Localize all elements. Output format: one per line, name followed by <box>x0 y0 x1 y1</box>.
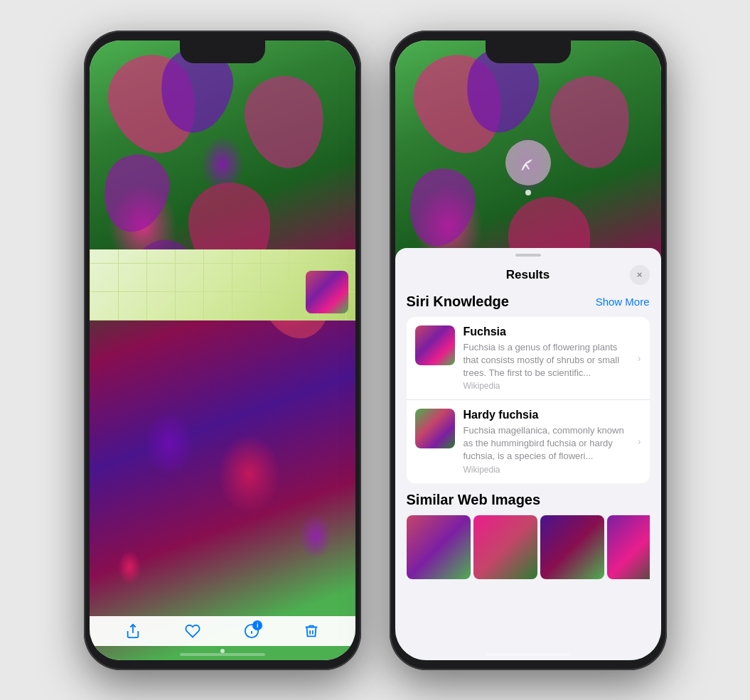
close-button[interactable]: × <box>630 265 650 285</box>
web-images-grid <box>407 515 650 579</box>
notch <box>180 41 265 63</box>
knowledge-item-fuchsia[interactable]: Fuchsia Fuchsia is a genus of flowering … <box>407 317 650 401</box>
share-button[interactable] <box>125 623 141 639</box>
sheet-handle <box>515 254 541 257</box>
web-image-1[interactable] <box>407 515 471 579</box>
web-images-section: Similar Web Images <box>407 492 650 579</box>
sheet-header: Results × <box>395 262 661 294</box>
right-screen: Results × Siri Knowledge Show More <box>395 41 661 660</box>
hardy-name: Hardy fuchsia <box>464 409 629 421</box>
notch-right <box>486 41 571 63</box>
lookup-dot <box>525 190 531 195</box>
web-thumb-bg-1 <box>407 515 471 579</box>
visual-lookup-circle[interactable] <box>505 140 551 185</box>
photo-mini-thumb <box>306 271 348 313</box>
web-thumb-bg-4 <box>607 515 650 579</box>
left-screen: Add a Caption Look Up – Plant› Monday • … <box>90 41 355 660</box>
sheet-content: Siri Knowledge Show More Fuchsia Fuchsia… <box>395 294 661 660</box>
fuchsia-thumb-image <box>415 325 455 365</box>
results-sheet: Results × Siri Knowledge Show More <box>395 248 661 660</box>
sheet-title: Results <box>427 268 630 282</box>
bottom-toolbar: i <box>90 616 355 646</box>
knowledge-item-hardy[interactable]: Hardy fuchsia Fuchsia magellanica, commo… <box>407 400 650 483</box>
hardy-thumbnail <box>415 409 455 448</box>
knowledge-card: Fuchsia Fuchsia is a genus of flowering … <box>407 317 650 483</box>
info-badge: i <box>252 620 262 630</box>
fuchsia-info: Fuchsia Fuchsia is a genus of flowering … <box>464 325 629 392</box>
fuchsia-source: Wikipedia <box>464 381 629 391</box>
info-button[interactable]: i <box>244 623 259 639</box>
home-indicator-right <box>486 653 571 656</box>
delete-button[interactable] <box>304 623 319 639</box>
siri-knowledge-header: Siri Knowledge Show More <box>407 294 650 310</box>
fuchsia-chevron-icon: › <box>638 352 641 364</box>
web-image-3[interactable] <box>540 515 604 579</box>
web-thumb-bg-3 <box>540 515 604 579</box>
home-indicator <box>180 653 265 656</box>
fuchsia-description: Fuchsia is a genus of flowering plants t… <box>464 341 629 380</box>
fuchsia-name: Fuchsia <box>464 325 629 338</box>
right-phone: Results × Siri Knowledge Show More <box>390 31 667 670</box>
thumb-image <box>306 271 348 313</box>
hardy-thumb-image <box>415 409 455 448</box>
map-thumbnail-area[interactable] <box>90 249 355 321</box>
web-thumb-bg-2 <box>473 515 537 579</box>
web-image-4[interactable] <box>607 515 650 579</box>
fuchsia-thumbnail <box>415 325 455 365</box>
hardy-description: Fuchsia magellanica, commonly known as t… <box>464 424 629 463</box>
hardy-chevron-icon: › <box>638 436 641 447</box>
hardy-source: Wikipedia <box>464 465 629 475</box>
web-image-2[interactable] <box>473 515 537 579</box>
favorite-button[interactable] <box>185 623 200 639</box>
left-phone: Add a Caption Look Up – Plant› Monday • … <box>84 31 361 670</box>
siri-knowledge-title: Siri Knowledge <box>407 294 509 310</box>
hardy-info: Hardy fuchsia Fuchsia magellanica, commo… <box>464 409 629 475</box>
show-more-button[interactable]: Show More <box>596 296 650 308</box>
web-images-title: Similar Web Images <box>407 492 650 508</box>
